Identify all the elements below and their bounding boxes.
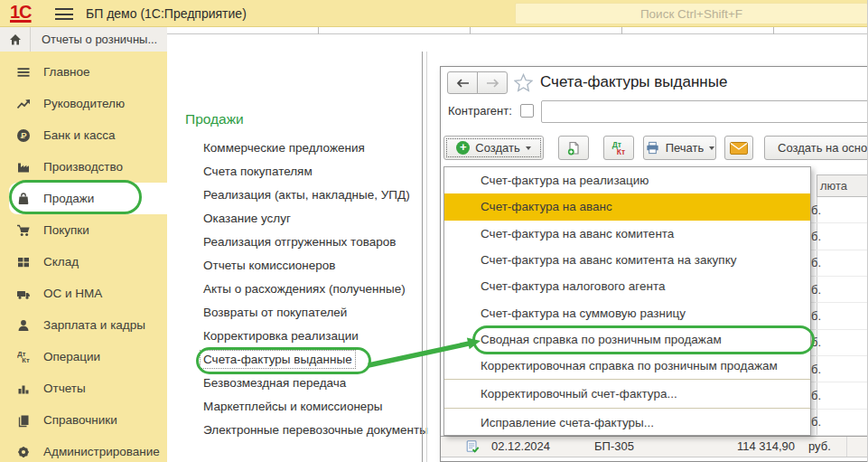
truck-icon xyxy=(15,286,32,302)
sidebar-item-operations[interactable]: ДтКт Операции xyxy=(0,341,167,372)
background-window-edge xyxy=(426,52,427,462)
sidebar-item-main[interactable]: Главное xyxy=(0,56,167,88)
section-link[interactable]: Счета покупателям xyxy=(203,159,428,183)
forward-button[interactable] xyxy=(477,71,508,94)
sidebar-item-label: Администрирование xyxy=(43,445,160,458)
dtkt-icon: ДтКт xyxy=(15,349,32,365)
menu-item[interactable]: Счет-фактура на аванс комитента xyxy=(444,221,810,247)
create-button[interactable]: + Создать xyxy=(443,136,544,160)
section-link[interactable]: Отчеты комиссионеров xyxy=(203,253,428,277)
pallet-icon xyxy=(15,254,32,270)
menu-item[interactable]: Счет-фактура на реализацию xyxy=(444,167,810,193)
1c-logo: 1С xyxy=(10,2,32,23)
sidebar-item-bank-cash[interactable]: Р Банк и касса xyxy=(0,119,167,151)
section-link[interactable]: Реализация отгруженных товаров xyxy=(203,230,428,253)
app-screen: 1С БП демо (1С:Предприятие) Отчеты о роз… xyxy=(0,0,868,462)
sidebar-item-label: ОС и НМА xyxy=(43,287,102,300)
sidebar-item-manager[interactable]: Руководителю xyxy=(0,88,167,119)
table-rows-partial: б. б. б. б. б. б. б. б. б. xyxy=(807,197,868,436)
currency-cell-partial: б. xyxy=(811,283,821,297)
table-row[interactable]: б. xyxy=(807,410,868,436)
sidebar: Главное Руководителю Р Банк и касса Прои… xyxy=(0,52,167,462)
sidebar-item-production[interactable]: Производство xyxy=(0,151,167,183)
sidebar-item-label: Производство xyxy=(43,160,123,174)
home-button[interactable] xyxy=(0,27,31,52)
currency-cell-partial: б. xyxy=(811,256,821,269)
document-posted-icon xyxy=(465,439,480,457)
currency-cell-partial: б. xyxy=(811,363,821,376)
currency-column-header[interactable]: люта xyxy=(817,174,868,197)
menu-item[interactable]: Исправление счета-фактуры... xyxy=(444,409,810,436)
table-row[interactable]: б. xyxy=(807,223,868,250)
table-row[interactable]: 02.12.2024 БП-305 114 314,90 руб. xyxy=(441,436,868,457)
sidebar-item-label: Руководителю xyxy=(43,97,125,110)
table-row[interactable]: б. xyxy=(807,303,868,329)
send-email-button[interactable] xyxy=(724,136,753,160)
menu-item[interactable]: Счет-фактура на суммовую разницу xyxy=(444,299,810,325)
sidebar-item-label: Справочники xyxy=(43,413,117,427)
section-link[interactable]: Коммерческие предложения xyxy=(203,136,428,159)
section-link[interactable]: Акты о расхождениях (полученные) xyxy=(203,277,428,300)
menu-item-highlighted[interactable]: Счет-фактура на аванс xyxy=(444,193,810,220)
show-postings-button[interactable]: ДтКт xyxy=(603,136,634,160)
currency-cell: руб. xyxy=(808,437,831,457)
counterparty-label: Контрагент: xyxy=(448,104,512,118)
back-button[interactable] xyxy=(447,71,478,94)
create-by-copy-button[interactable] xyxy=(558,136,589,160)
section-link[interactable]: Реализация (акты, накладные, УПД) xyxy=(203,183,428,206)
annotation-circle-menu-item xyxy=(472,325,815,354)
table-row[interactable]: б. xyxy=(807,250,868,277)
menu-item[interactable]: Счет-фактура на аванс комитента на закуп… xyxy=(444,247,810,273)
currency-cell-partial: б. xyxy=(811,415,821,429)
create-based-on-button[interactable]: Создать на осно xyxy=(764,136,868,160)
sidebar-item-label: Главное xyxy=(43,65,90,79)
sidebar-item-directories[interactable]: Справочники xyxy=(0,404,167,436)
menu-item[interactable]: Корректировочный счет-фактура... xyxy=(444,380,810,408)
favorite-star-icon[interactable] xyxy=(514,73,533,96)
sidebar-item-fixed-assets[interactable]: ОС и НМА xyxy=(0,278,167,309)
sidebar-item-administration[interactable]: Администрирование xyxy=(0,436,167,462)
counterparty-checkbox[interactable] xyxy=(520,104,534,118)
table-row[interactable]: б. xyxy=(807,277,868,303)
currency-cell-partial: б. xyxy=(811,203,821,217)
sidebar-item-label: Покупки xyxy=(43,223,89,237)
home-icon xyxy=(8,33,23,47)
section-link[interactable]: Маркетплейсы и комиссионеры xyxy=(203,394,428,418)
open-window-tab[interactable]: Отчеты о розничны... xyxy=(31,33,157,46)
global-search-input[interactable] xyxy=(515,3,868,24)
section-links: Коммерческие предложения Счета покупател… xyxy=(203,136,428,441)
sidebar-item-warehouse[interactable]: Склад xyxy=(0,246,167,278)
sidebar-item-purchases[interactable]: Покупки xyxy=(0,214,167,246)
svg-text:Р: Р xyxy=(21,130,27,140)
table-row[interactable]: б. xyxy=(807,330,868,356)
table-column-divider xyxy=(846,437,847,457)
menu-item[interactable]: Счет-фактура налогового агента xyxy=(444,273,810,299)
hamburger-menu-icon[interactable] xyxy=(55,8,73,20)
books-icon xyxy=(15,412,32,429)
section-link[interactable]: Возвраты от покупателей xyxy=(203,300,428,324)
sidebar-item-reports[interactable]: Отчеты xyxy=(0,372,167,404)
amount-cell: 114 314,90 xyxy=(712,437,795,457)
ruble-circle-icon: Р xyxy=(15,127,32,144)
background-window-edge xyxy=(422,52,423,462)
currency-cell-partial: б. xyxy=(811,309,821,323)
dtkt-icon: ДтКт xyxy=(612,141,625,156)
menu-item[interactable]: Корректировочная справка по розничным пр… xyxy=(444,353,810,379)
annotation-circle-invoices-link xyxy=(196,347,371,374)
section-link[interactable]: Электронные перевозочные документы xyxy=(203,418,428,441)
table-row[interactable]: б. xyxy=(807,382,868,409)
table-row[interactable]: б. xyxy=(807,356,868,382)
open-windows-bar: Отчеты о розничны... xyxy=(0,27,167,52)
section-link[interactable]: Оказание услуг xyxy=(203,206,428,230)
title-bar: 1С БП демо (1С:Предприятие) xyxy=(0,0,868,27)
bar-chart-icon xyxy=(15,381,32,397)
table-row[interactable]: б. xyxy=(807,197,868,223)
create-button-label: Создать xyxy=(475,141,519,155)
annotation-circle-sales xyxy=(9,180,142,214)
print-button[interactable]: Печать xyxy=(643,136,716,160)
window-title: Счета-фактуры выданные xyxy=(540,71,727,94)
chevron-down-icon xyxy=(526,146,531,150)
sidebar-item-salary-hr[interactable]: Зарплата и кадры xyxy=(0,309,167,341)
counterparty-input[interactable] xyxy=(541,100,868,123)
forward-arrow-icon xyxy=(486,78,499,89)
